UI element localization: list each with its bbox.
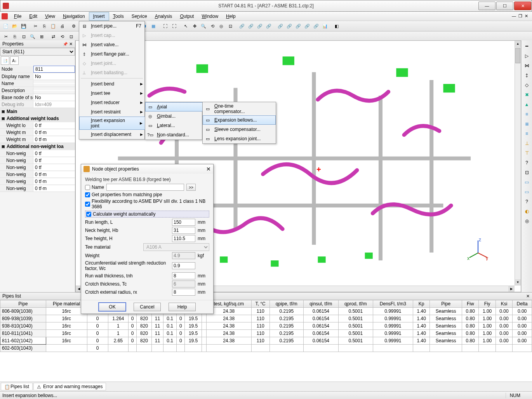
menu-edit[interactable]: Edit [25, 12, 41, 20]
object-selector[interactable]: Start (811) [0, 48, 75, 56]
valve-icon[interactable]: ⋈ [523, 61, 531, 70]
menu-help[interactable]: Help [222, 12, 240, 20]
tool-icon[interactable]: ⊞ [37, 32, 46, 41]
menu-item[interactable]: Insert reducer▶ [79, 98, 145, 107]
menu-item[interactable]: ▭Expansion bellows... [203, 115, 276, 125]
column-header[interactable]: qprod, tf/m [338, 300, 373, 308]
prop-value[interactable]: 0 tf·m [33, 178, 75, 185]
vertical-scrollbar[interactable]: ▲▼ [515, 41, 521, 286]
tab-pipes-list[interactable]: 📋Pipes list [1, 383, 33, 390]
mdi-close-button[interactable]: ✕ [525, 14, 528, 19]
tool-icon[interactable]: ⊡ [19, 32, 28, 41]
tool-icon[interactable]: ⊡ [226, 22, 235, 30]
tool-icon[interactable]: ⊡ [523, 168, 531, 177]
match-checkbox[interactable]: Get properties from matching pipe [85, 192, 162, 197]
zoom-extent-button[interactable]: ⛶ [170, 22, 178, 30]
menu-item[interactable]: Insert displacement▶ [79, 130, 145, 139]
select-button[interactable]: ↖ [181, 22, 190, 30]
mdi-minimize-button[interactable]: — [512, 14, 516, 19]
material-select[interactable]: A106 A [143, 243, 209, 251]
close-button[interactable]: ✕ [514, 2, 531, 10]
maximize-button[interactable]: ☐ [496, 2, 513, 10]
menu-item[interactable]: ▷Insert cap... [79, 31, 145, 40]
link-button[interactable]: 🔗 [264, 22, 273, 30]
joint-icon[interactable]: ◇ [523, 81, 531, 89]
link-button[interactable]: 🔗 [285, 22, 294, 30]
column-header[interactable]: DensFl, t/m3 [373, 300, 413, 308]
prop-value[interactable]: 0 tf [33, 164, 75, 171]
menu-item[interactable]: ▭One-time compensator... [203, 102, 276, 115]
table-row[interactable]: 602-603(1043)0 [0, 345, 532, 352]
prop-value[interactable]: 0 tf [33, 150, 75, 157]
value-field[interactable] [172, 281, 195, 287]
prop-category[interactable]: Additional weight loads [0, 115, 75, 122]
property-grid[interactable]: Node811Display nameNoNameDescriptionBase… [0, 66, 75, 292]
name-checkbox[interactable]: Name [85, 185, 104, 190]
link-button[interactable]: 🔗 [247, 22, 255, 30]
tool-icon[interactable]: ◐ [523, 207, 531, 216]
tool-icon[interactable]: ⟲ [58, 32, 66, 41]
prop-value[interactable]: 0 tf [33, 157, 75, 164]
menu-insert[interactable]: Insert [89, 12, 109, 21]
tool-icon[interactable]: ⇄ [49, 32, 57, 41]
menu-item[interactable]: ▭Sleeve compensator... [203, 125, 276, 134]
prop-value[interactable]: No [33, 94, 75, 101]
menu-item[interactable]: ⋈Insert valve... [79, 40, 145, 49]
prop-value[interactable]: 0 tf·m [33, 171, 75, 178]
anchor-icon[interactable]: ⊤ [523, 149, 531, 157]
menu-service[interactable]: Service [128, 12, 151, 20]
minimize-button[interactable]: — [478, 2, 495, 10]
flex-checkbox[interactable]: Flexibility according to ASME BPV sIII d… [85, 199, 209, 209]
menu-item[interactable]: Insert restraint▶ [79, 107, 145, 117]
prop-value[interactable]: 0 tf [33, 122, 75, 129]
table-row[interactable]: 810-811(1041)16rc010820110.1019.524.3811… [0, 330, 532, 337]
column-header[interactable]: Fiy [479, 300, 495, 308]
zoom-window-button[interactable]: ⛶ [161, 22, 169, 30]
save-button[interactable]: 💾 [19, 22, 28, 30]
tool-icon[interactable]: 🔍 [28, 32, 37, 41]
pipe-icon[interactable]: ━ [523, 42, 531, 51]
tool-icon[interactable]: ⚙ [70, 22, 78, 30]
menu-output[interactable]: Output [176, 12, 198, 20]
table-row[interactable]: 806-809(1038)16rc04.7360820110.1019.524.… [0, 308, 532, 315]
dialog-close-button[interactable]: ✕ [206, 166, 211, 172]
value-field[interactable] [172, 252, 195, 259]
flange-icon[interactable]: ‡ [523, 71, 531, 80]
value-field[interactable] [172, 272, 195, 279]
menu-item[interactable]: ◎Gimbal... [145, 112, 211, 121]
tool-icon[interactable]: ⊡ [67, 32, 75, 41]
menu-item[interactable]: Insert expansion joint▶ [79, 117, 145, 130]
prop-value[interactable] [33, 83, 75, 84]
tool-icon[interactable]: ? [523, 159, 531, 167]
table-row[interactable]: 809-938(1039)16rc01.2640820110.1019.524.… [0, 315, 532, 322]
column-header[interactable]: Delta [513, 300, 532, 308]
ok-button[interactable]: OK [99, 303, 126, 311]
link-button[interactable]: 🔗 [303, 22, 311, 30]
value-field[interactable] [172, 289, 195, 296]
pin-icon[interactable]: 📌 [63, 42, 68, 46]
menu-item[interactable]: ◇Insert joint... [79, 59, 145, 68]
categorized-button[interactable]: 📑 [1, 56, 9, 65]
menu-item[interactable]: ⊟Insert pipe...F7 [79, 21, 145, 31]
open-button[interactable]: 📂 [10, 22, 19, 30]
tool-icon[interactable]: ? [523, 197, 531, 206]
zoom-in-button[interactable]: 🔍 [199, 22, 208, 30]
link-button[interactable]: 🔗 [238, 22, 246, 30]
prop-value[interactable]: 811 [33, 66, 75, 73]
alpha-sort-button[interactable]: A↓ [10, 56, 19, 65]
tool-icon[interactable]: ◧ [332, 22, 341, 30]
expand-button[interactable]: >> [186, 184, 196, 191]
menu-item[interactable]: ▭Axial▶ [145, 102, 211, 112]
expansion-icon[interactable]: ▭ [523, 188, 531, 196]
pipes-table[interactable]: PipePipe materialdX, mtest, kgf/sq.cmT, … [0, 300, 532, 382]
tool-icon[interactable]: ⎘ [10, 32, 19, 41]
link-button[interactable]: 🔗 [256, 22, 264, 30]
prop-value[interactable]: Idx=409 [33, 101, 75, 108]
menu-item[interactable]: Insert bend▶ [79, 79, 145, 89]
column-header[interactable]: Ksi [495, 300, 512, 308]
paste-button[interactable]: 📋 [49, 22, 57, 30]
cut-button[interactable]: ✂ [31, 22, 40, 30]
help-button[interactable]: Help [169, 303, 196, 311]
expansion-submenu[interactable]: ▭Axial▶◎Gimbal...▭Lateral...?▭Non-standa… [145, 102, 202, 140]
value-field[interactable] [172, 219, 195, 226]
